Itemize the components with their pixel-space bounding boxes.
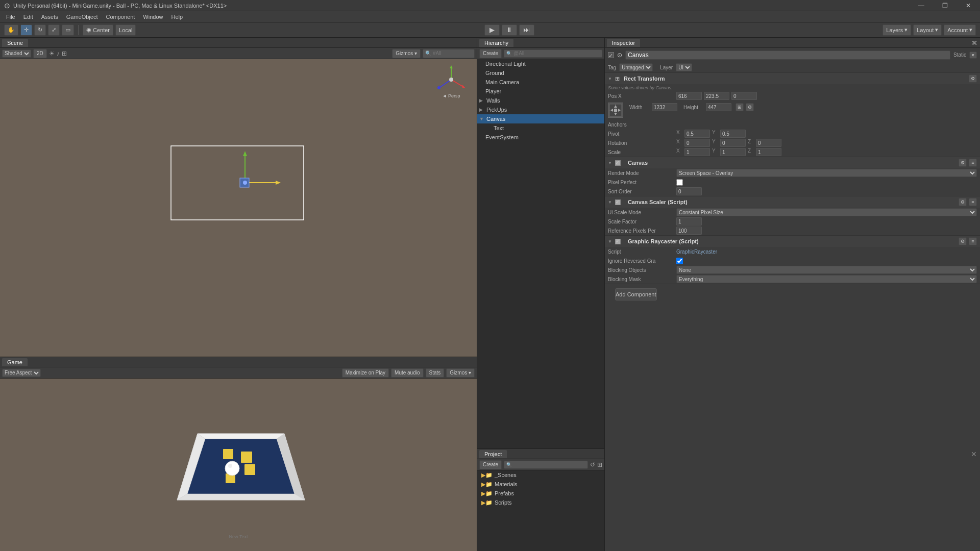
project-item-scenes[interactable]: ▶📁 _Scenes [477, 470, 604, 480]
tab-hierarchy[interactable]: Hierarchy [479, 39, 513, 47]
hierarchy-create-button[interactable]: Create [479, 49, 502, 58]
menu-help[interactable]: Help [167, 13, 187, 21]
rect-transform-header[interactable]: ▼ ⊞ Rect Transform ⚙ [605, 73, 980, 84]
project-lock-icon[interactable]: ⊞ [597, 461, 602, 468]
shading-mode-select[interactable]: Shaded [2, 49, 31, 58]
graphic-raycaster-settings-icon[interactable]: ⚙ [959, 237, 967, 245]
project-item-materials[interactable]: ▶📁 Materials [477, 480, 604, 489]
size-settings-icon[interactable]: ⚙ [746, 103, 754, 111]
pivot-y-input[interactable] [720, 130, 746, 138]
step-button[interactable]: ⏭ [519, 24, 534, 36]
project-refresh-icon[interactable]: ↺ [590, 461, 595, 468]
project-item-scripts[interactable]: ▶📁 Scripts [477, 498, 604, 507]
tool-rotate[interactable]: ↻ [34, 24, 46, 36]
ignore-reversed-checkbox[interactable] [676, 258, 683, 264]
width-input[interactable] [652, 103, 677, 111]
tab-scene[interactable]: Scene [2, 39, 28, 47]
static-dropdown-button[interactable]: ▾ [969, 52, 977, 59]
hierarchy-search-input[interactable] [512, 49, 600, 58]
scale-x-input[interactable] [684, 148, 710, 156]
menu-component[interactable]: Component [102, 13, 139, 21]
canvas-more-icon[interactable]: ≡ [969, 159, 977, 167]
canvas-settings-icon[interactable]: ⚙ [959, 159, 967, 167]
space-mode-button[interactable]: Local [115, 24, 136, 36]
project-create-button[interactable]: Create [479, 460, 502, 469]
scale-y-input[interactable] [720, 148, 746, 156]
tool-move[interactable]: ✛ [20, 24, 32, 36]
scale-z-input[interactable] [756, 148, 781, 156]
hierarchy-item-canvas[interactable]: ▼ Canvas [477, 114, 604, 123]
hierarchy-item-ground[interactable]: Ground [477, 68, 604, 78]
pivot-x-input[interactable] [684, 130, 710, 138]
canvas-scaler-more-icon[interactable]: ≡ [969, 198, 977, 206]
tool-rect[interactable]: ▭ [62, 24, 74, 36]
project-search-input[interactable] [512, 461, 585, 469]
rot-x-input[interactable] [684, 139, 710, 147]
mute-audio-button[interactable]: Mute audio [391, 368, 423, 378]
scene-search-input[interactable] [431, 49, 472, 58]
2d-toggle[interactable]: 2D [33, 49, 47, 58]
rect-transform-settings-icon[interactable]: ⚙ [969, 74, 977, 83]
pivot-mode-button[interactable]: ◉ Center [83, 24, 113, 36]
tab-project[interactable]: Project [479, 450, 507, 458]
ref-pixels-input[interactable] [676, 227, 702, 235]
graphic-raycaster-enabled-checkbox[interactable]: ✓ [615, 239, 621, 244]
object-enabled-checkbox[interactable]: ✓ [608, 52, 614, 58]
add-component-button[interactable]: Add Component [615, 288, 657, 300]
object-name-input[interactable] [625, 51, 950, 60]
audio-icon[interactable]: ♪ [57, 50, 60, 57]
maximize-button[interactable]: ❐ [933, 0, 957, 11]
hierarchy-item-text[interactable]: Text [477, 123, 604, 133]
rot-y-input[interactable] [720, 139, 746, 147]
hierarchy-item-eventsystem[interactable]: EventSystem [477, 133, 604, 142]
graphic-raycaster-more-icon[interactable]: ≡ [969, 237, 977, 245]
canvas-scaler-settings-icon[interactable]: ⚙ [959, 198, 967, 206]
canvas-scaler-header[interactable]: ▼ ✓ Canvas Scaler (Script) ⚙ ≡ [605, 196, 980, 208]
effects-icon[interactable]: ⊞ [62, 50, 67, 57]
close-button[interactable]: ✕ [957, 0, 980, 11]
game-gizmos-button[interactable]: Gizmos ▾ [446, 368, 475, 378]
hierarchy-item-pickups[interactable]: ▶ PickUps [477, 105, 604, 114]
hierarchy-close-icon[interactable]: ✕ [971, 39, 977, 47]
size-lock-icon[interactable]: ⊞ [736, 103, 744, 111]
hierarchy-item-walls[interactable]: ▶ Walls [477, 96, 604, 105]
menu-assets[interactable]: Assets [37, 13, 62, 21]
blocking-mask-select[interactable]: Everything [676, 275, 977, 283]
menu-gameobject[interactable]: GameObject [62, 13, 102, 21]
hierarchy-item-player[interactable]: Player [477, 87, 604, 96]
layout-dropdown[interactable]: Layout ▾ [913, 24, 942, 36]
rot-z-input[interactable] [756, 139, 781, 147]
project-close-icon[interactable]: ✕ [971, 450, 977, 458]
maximize-on-play-button[interactable]: Maximize on Play [342, 368, 389, 378]
graphic-raycaster-header[interactable]: ▼ ✓ Graphic Raycaster (Script) ⚙ ≡ [605, 236, 980, 247]
layer-select[interactable]: UI [676, 63, 692, 71]
lighting-icon[interactable]: ☀ [49, 50, 55, 57]
pause-button[interactable]: ⏸ [502, 24, 517, 36]
account-dropdown[interactable]: Account ▾ [944, 24, 976, 36]
pixel-perfect-checkbox[interactable] [676, 179, 683, 186]
tool-hand[interactable]: ✋ [4, 24, 18, 36]
blocking-objects-select[interactable]: None [676, 266, 977, 274]
tag-select[interactable]: Untagged [619, 63, 653, 71]
gizmos-button[interactable]: Gizmos ▾ [392, 49, 421, 58]
hierarchy-item-main-camera[interactable]: Main Camera [477, 78, 604, 87]
aspect-ratio-select[interactable]: Free Aspect [2, 369, 41, 377]
stats-button[interactable]: Stats [426, 368, 445, 378]
hierarchy-item-directional-light[interactable]: Directional Light [477, 59, 604, 68]
pos-y-input[interactable] [704, 92, 729, 100]
game-view[interactable]: New Text [0, 379, 477, 551]
scene-view[interactable]: ◄ Persp [0, 59, 477, 357]
tab-inspector[interactable]: Inspector [607, 39, 640, 47]
sort-order-input[interactable] [676, 187, 702, 195]
canvas-scaler-enabled-checkbox[interactable]: ✓ [615, 199, 621, 205]
menu-file[interactable]: File [2, 13, 19, 21]
tab-game[interactable]: Game [2, 358, 28, 366]
play-button[interactable]: ▶ [484, 24, 500, 36]
layers-dropdown[interactable]: Layers ▾ [883, 24, 911, 36]
menu-edit[interactable]: Edit [19, 13, 37, 21]
scale-factor-input[interactable] [676, 217, 702, 226]
tool-scale[interactable]: ⤢ [48, 24, 60, 36]
canvas-enabled-checkbox[interactable]: ✓ [615, 160, 621, 166]
pos-x-input[interactable] [676, 92, 702, 100]
minimize-button[interactable]: — [910, 0, 933, 11]
